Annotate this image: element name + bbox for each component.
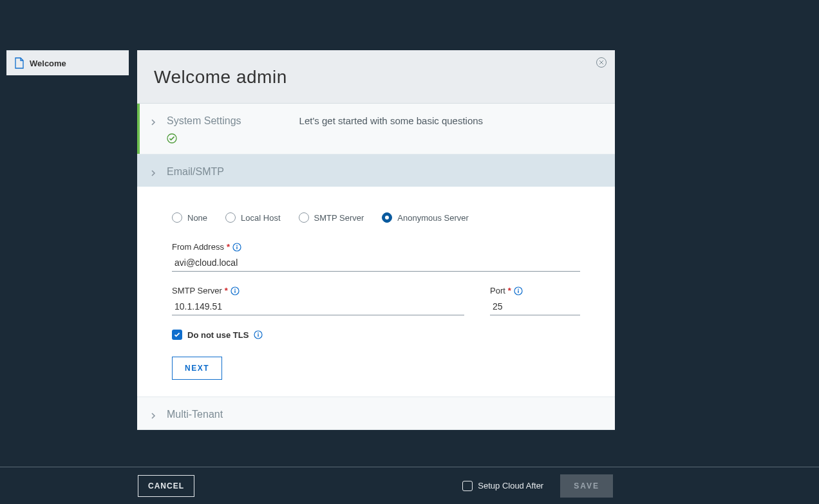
step-subtitle: Let's get started with some basic questi… (299, 115, 484, 127)
radio-anonymous-server[interactable]: Anonymous Server (382, 212, 469, 223)
svg-point-3 (236, 245, 238, 246)
step-title: Email/SMTP (167, 166, 224, 178)
next-button[interactable]: NEXT (172, 357, 222, 380)
step-system-settings: System Settings Let's get started with s… (137, 104, 615, 154)
svg-point-6 (234, 288, 236, 290)
panel-title: Welcome admin (154, 67, 598, 88)
info-icon[interactable] (254, 330, 263, 339)
required-asterisk: * (227, 242, 230, 252)
smtp-server-input[interactable] (172, 298, 464, 315)
tls-checkbox[interactable] (172, 330, 182, 340)
radio-smtp-server[interactable]: SMTP Server (299, 212, 364, 223)
save-button[interactable]: SAVE (560, 474, 613, 498)
close-button[interactable] (596, 57, 607, 68)
chevron-right-icon (147, 167, 159, 179)
svg-point-12 (258, 332, 259, 333)
check-circle-icon (167, 133, 483, 146)
info-icon[interactable] (514, 286, 523, 295)
setup-cloud-label: Setup Cloud After (478, 481, 543, 490)
step-email-body: None Local Host SMTP Server Anonymous Se… (137, 187, 615, 397)
cancel-button[interactable]: CANCEL (138, 475, 194, 497)
chevron-right-icon (147, 410, 159, 422)
footer-bar: CANCEL Setup Cloud After SAVE (0, 467, 819, 504)
field-from-address: From Address * (172, 242, 580, 272)
step-email-header[interactable]: Email/SMTP (137, 154, 615, 187)
radio-local-host[interactable]: Local Host (225, 212, 280, 223)
port-label: Port (490, 286, 505, 295)
from-address-input[interactable] (172, 254, 580, 272)
setup-cloud-checkbox[interactable]: Setup Cloud After (462, 481, 543, 491)
svg-point-9 (518, 288, 519, 290)
step-email-smtp: Email/SMTP None Local Host SMTP Server (137, 154, 615, 397)
tls-checkbox-row: Do not use TLS (172, 330, 580, 340)
svg-rect-13 (258, 334, 259, 337)
tab-label: Welcome (30, 59, 66, 68)
wizard-panel: Welcome admin System Settings Let's get … (137, 50, 615, 430)
radio-none[interactable]: None (172, 212, 207, 223)
required-asterisk: * (508, 286, 511, 295)
smtp-server-label: SMTP Server (172, 286, 222, 295)
required-asterisk: * (225, 286, 228, 295)
file-icon (14, 57, 24, 69)
step-multi-tenant: Multi-Tenant (137, 397, 615, 430)
smtp-mode-radios: None Local Host SMTP Server Anonymous Se… (172, 212, 580, 223)
svg-rect-7 (234, 290, 235, 293)
from-address-label: From Address (172, 242, 224, 252)
info-icon[interactable] (231, 286, 240, 295)
tab-strip: Welcome (6, 50, 129, 75)
chevron-right-icon (147, 117, 159, 128)
port-input[interactable] (490, 298, 580, 315)
tab-welcome[interactable]: Welcome (6, 50, 129, 75)
step-title: System Settings (167, 115, 241, 127)
step-title: Multi-Tenant (167, 409, 223, 420)
panel-header: Welcome admin (137, 50, 615, 104)
svg-rect-4 (236, 247, 237, 249)
tls-label: Do not use TLS (187, 330, 249, 340)
step-system-header[interactable]: System Settings Let's get started with s… (137, 104, 615, 154)
info-icon[interactable] (232, 243, 241, 252)
field-port: Port * (490, 286, 580, 315)
step-multitenant-header[interactable]: Multi-Tenant (137, 397, 615, 429)
svg-rect-10 (518, 290, 518, 293)
field-smtp-server: SMTP Server * (172, 286, 464, 315)
